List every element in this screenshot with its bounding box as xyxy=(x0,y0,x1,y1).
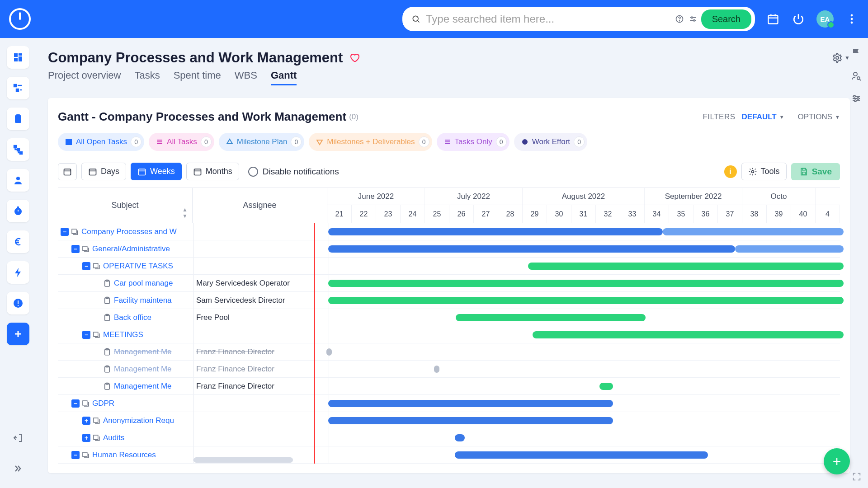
row-toggle[interactable]: − xyxy=(82,331,90,339)
view-months-button[interactable]: Months xyxy=(186,163,239,180)
tools-button[interactable]: Tools xyxy=(741,163,787,180)
chip-all-open-tasks[interactable]: All Open Tasks0 xyxy=(58,133,144,151)
gantt-bar[interactable] xyxy=(328,417,613,424)
rail-clipboard[interactable] xyxy=(7,108,29,130)
row-subject[interactable]: OPERATIVE TASKS xyxy=(103,262,173,271)
search-button[interactable]: Search xyxy=(701,9,751,29)
row-toggle[interactable]: − xyxy=(61,228,69,236)
power-icon[interactable] xyxy=(791,12,806,26)
app-logo[interactable] xyxy=(9,8,31,30)
tab-wbs[interactable]: WBS xyxy=(235,70,257,85)
filters-dropdown[interactable]: DEFAULT▼ xyxy=(742,113,784,122)
view-weeks-button[interactable]: Weeks xyxy=(131,163,182,180)
col-assignee-header[interactable]: Assignee xyxy=(193,188,327,223)
row-subject[interactable]: Management Me xyxy=(114,365,172,374)
help-icon[interactable] xyxy=(675,14,684,23)
row-toggle[interactable]: + xyxy=(82,434,90,442)
chip-work-effort[interactable]: Work Effort0 xyxy=(514,133,587,151)
gantt-bar[interactable] xyxy=(328,400,613,407)
sort-icon[interactable]: ▲▼ xyxy=(182,206,188,219)
gantt-bar[interactable] xyxy=(528,263,844,270)
gantt-bar[interactable] xyxy=(599,383,613,390)
view-days-button[interactable]: Days xyxy=(81,163,126,180)
row-toggle[interactable]: − xyxy=(71,245,80,253)
gantt-bar[interactable] xyxy=(456,314,646,321)
options-dropdown[interactable]: OPTIONS▼ xyxy=(798,113,840,122)
gantt-bar[interactable] xyxy=(663,228,844,235)
row-subject[interactable]: Human Resources xyxy=(92,450,156,460)
gantt-bar[interactable] xyxy=(455,451,708,459)
info-badge[interactable]: i xyxy=(724,165,737,178)
row-subject[interactable]: Anonymization Requ xyxy=(103,416,174,425)
fab-add[interactable]: + xyxy=(824,448,850,474)
row-subject[interactable]: Management Me xyxy=(114,347,172,357)
row-toggle[interactable]: − xyxy=(71,451,80,459)
rail-tree[interactable] xyxy=(7,77,29,99)
tab-gantt[interactable]: Gantt xyxy=(271,70,297,85)
date-picker-button[interactable] xyxy=(58,163,77,180)
search-input[interactable] xyxy=(426,13,675,25)
gantt-bar[interactable] xyxy=(326,348,332,356)
gantt-bar[interactable] xyxy=(328,245,735,253)
row-toggle[interactable]: + xyxy=(82,417,90,425)
row-subject[interactable]: Management Me xyxy=(114,382,172,391)
filters-label: FILTERS xyxy=(703,113,735,122)
row-subject[interactable]: Car pool manage xyxy=(114,279,173,288)
row-subject[interactable]: General/Administrative xyxy=(92,244,170,253)
chip-all-tasks[interactable]: All Tasks0 xyxy=(149,133,214,151)
row-subject[interactable]: Company Processes and W xyxy=(81,227,177,236)
gantt-bar[interactable] xyxy=(434,366,439,373)
gantt-bar[interactable] xyxy=(328,297,844,304)
gantt-bar[interactable] xyxy=(328,228,663,235)
col-subject-header[interactable]: Subject▲▼ xyxy=(58,188,193,223)
more-menu-icon[interactable] xyxy=(844,12,859,26)
rail-euro[interactable] xyxy=(7,230,29,253)
row-subject[interactable]: Back office xyxy=(114,313,151,322)
save-button[interactable]: Save xyxy=(791,163,840,180)
tab-spent-time[interactable]: Spent time xyxy=(174,70,221,85)
rail-timer[interactable] xyxy=(7,200,29,222)
row-subject[interactable]: GDPR xyxy=(92,399,114,408)
user-avatar[interactable]: EA xyxy=(816,10,834,28)
row-assignee xyxy=(193,258,329,274)
gantt-bar[interactable] xyxy=(735,245,844,253)
gantt-bar[interactable] xyxy=(533,331,844,338)
rail-logout[interactable] xyxy=(7,427,29,449)
gantt-bar[interactable] xyxy=(328,280,844,287)
search-icon xyxy=(411,14,420,23)
week-header: 36 xyxy=(693,205,718,223)
rail-user[interactable] xyxy=(7,169,29,192)
calendar-icon[interactable] xyxy=(766,12,780,26)
chip-milestone-plan[interactable]: Milestone Plan0 xyxy=(219,133,305,151)
row-assignee: Sam Servicedesk Director xyxy=(193,292,329,309)
chip-milestones-deliverables[interactable]: Milestones + Deliverables0 xyxy=(309,133,432,151)
person-search-icon[interactable] xyxy=(851,70,862,81)
chip-tasks-only[interactable]: Tasks Only0 xyxy=(437,133,509,151)
row-toggle[interactable]: − xyxy=(82,262,90,270)
week-header: 28 xyxy=(498,205,523,223)
settings-sliders-icon[interactable] xyxy=(689,14,698,23)
row-toggle[interactable]: − xyxy=(71,399,80,408)
rail-activity[interactable] xyxy=(7,261,29,284)
fullscreen-icon[interactable] xyxy=(852,472,862,482)
rail-dashboard[interactable] xyxy=(7,46,29,69)
rail-collapse[interactable] xyxy=(7,457,29,480)
gantt-bar[interactable] xyxy=(455,434,465,441)
horizontal-scrollbar[interactable] xyxy=(193,457,293,463)
rail-hierarchy[interactable] xyxy=(7,138,29,161)
filter-sliders-icon[interactable] xyxy=(851,93,862,104)
row-subject[interactable]: MEETINGS xyxy=(103,330,143,339)
row-subject[interactable]: Facility maintena xyxy=(114,296,172,305)
gantt-row: Management MeFranz Finance Director xyxy=(58,361,840,378)
svg-rect-36 xyxy=(18,300,19,304)
rail-alert[interactable] xyxy=(7,292,29,314)
favorite-icon[interactable] xyxy=(349,52,360,63)
flag-icon[interactable] xyxy=(851,48,862,59)
rail-add[interactable] xyxy=(7,323,29,345)
tab-project-overview[interactable]: Project overview xyxy=(48,70,121,85)
svg-rect-74 xyxy=(94,263,98,268)
disable-notifications-toggle[interactable]: Disable notifications xyxy=(248,167,339,177)
row-subject[interactable]: Audits xyxy=(103,433,124,442)
tab-tasks[interactable]: Tasks xyxy=(134,70,160,85)
row-assignee: Free Pool xyxy=(193,309,329,326)
